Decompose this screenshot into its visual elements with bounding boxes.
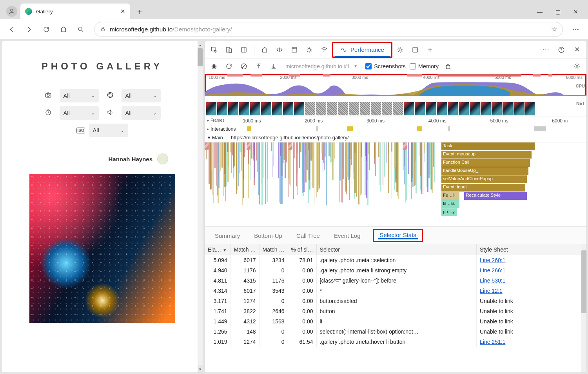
col-header[interactable]: Match … (259, 244, 288, 255)
tab-summary[interactable]: Summary (213, 232, 241, 239)
filmstrip-frame[interactable] (305, 102, 315, 115)
table-scrollbar[interactable] (581, 244, 586, 372)
main-track-header[interactable]: ▾ Main — https://microsoftedge.github.io… (205, 133, 586, 142)
filmstrip-frame[interactable] (360, 102, 370, 115)
filmstrip-frame[interactable] (349, 102, 359, 115)
table-row[interactable]: 4.314601735430.00*Line 12:1 (205, 286, 586, 296)
filmstrip-frame[interactable] (228, 102, 238, 115)
table-row[interactable]: 4.811431511760.00[class*=" gallery-icon-… (205, 275, 586, 286)
minimize-button[interactable]: — (531, 5, 549, 18)
profile-button[interactable] (6, 6, 17, 17)
maximize-button[interactable]: ▢ (549, 5, 567, 18)
more-tabs-button[interactable] (423, 43, 437, 57)
filmstrip-frame[interactable] (382, 102, 392, 115)
recording-selector[interactable]: microsoftedge.github.io #1 (285, 63, 350, 69)
reload-button[interactable] (38, 22, 54, 37)
filmstrip-frame[interactable] (371, 102, 381, 115)
filmstrip-frame[interactable] (524, 102, 535, 115)
record-button[interactable]: ◉ (209, 61, 220, 72)
filmstrip-frame[interactable] (503, 102, 513, 115)
table-row[interactable]: 5.0946017323478.01.gallery .photo .meta … (205, 255, 586, 265)
back-button[interactable] (4, 22, 20, 37)
stylesheet-link[interactable]: Line 251:1 (480, 339, 505, 345)
col-header[interactable]: Style Sheet (477, 244, 586, 255)
filmstrip-frame[interactable] (470, 102, 480, 115)
stylesheet-link[interactable]: Line 266:1 (480, 267, 505, 274)
col-header[interactable]: Selector (316, 244, 476, 255)
selector-stats-table[interactable]: Ela…▼Match …Match …% of sl…SelectorStyle… (205, 244, 586, 372)
elements-tab-icon[interactable] (272, 43, 287, 57)
scroll-thumb[interactable] (198, 48, 203, 66)
perf-settings-icon[interactable] (572, 61, 583, 72)
filmstrip-frame[interactable] (294, 102, 304, 115)
device-toggle-icon[interactable] (222, 43, 236, 57)
author-avatar[interactable] (157, 153, 168, 164)
filmstrip-frame[interactable] (206, 102, 216, 115)
table-row[interactable]: 3.171127400.00button:disabledUnable to l… (205, 296, 586, 306)
camera-filter[interactable]: All⌄ (60, 89, 99, 102)
filmstrip-frame[interactable] (272, 102, 282, 115)
col-header[interactable]: % of sl… (288, 244, 316, 255)
upload-button[interactable] (253, 61, 264, 72)
tab-performance[interactable]: Performance (335, 43, 390, 57)
interactions-track[interactable]: ▸Interactions (205, 125, 586, 133)
memory-checkbox[interactable]: Memory (410, 63, 439, 69)
forward-button[interactable] (21, 22, 37, 37)
stylesheet-link[interactable]: Line 530:1 (480, 277, 505, 284)
table-row[interactable]: 1.0191274061.54.gallery .photo .meta:hov… (205, 337, 586, 347)
col-header[interactable]: Match … (230, 244, 259, 255)
table-row[interactable]: 1.449431215680.00liUnable to link (205, 316, 586, 327)
close-tab-icon[interactable]: ✕ (120, 8, 125, 15)
filmstrip-frame[interactable] (404, 102, 414, 115)
filmstrip-frame[interactable] (250, 102, 260, 115)
filmstrip-frame[interactable] (316, 102, 326, 115)
memory-tab-icon[interactable] (393, 43, 407, 57)
reload-record-button[interactable] (223, 61, 234, 72)
address-bar[interactable]: microsoftedge.github.io/Demos/photo-gall… (94, 22, 563, 37)
filmstrip[interactable] (205, 101, 586, 117)
col-header[interactable]: Ela…▼ (205, 244, 230, 255)
filmstrip-frame[interactable] (492, 102, 502, 115)
dock-icon[interactable] (237, 43, 251, 57)
table-row[interactable]: 1.741382226460.00buttonUnable to link (205, 306, 586, 316)
filmstrip-frame[interactable] (415, 102, 425, 115)
filmstrip-frame[interactable] (283, 102, 293, 115)
filmstrip-frame[interactable] (459, 102, 469, 115)
filmstrip-frame[interactable] (261, 102, 271, 115)
console-tab-icon[interactable] (302, 43, 316, 57)
aperture-filter[interactable]: All⌄ (122, 89, 161, 102)
tab-bottom-up[interactable]: Bottom-Up (252, 232, 284, 239)
filmstrip-frame[interactable] (448, 102, 458, 115)
scroll-down-icon[interactable]: ▾ (198, 365, 203, 372)
help-icon[interactable] (554, 43, 568, 57)
flame-chart[interactable]: Task Event: mouseup Function Call handle… (205, 142, 586, 226)
filmstrip-frame[interactable] (239, 102, 249, 115)
page-scrollbar[interactable]: ▴ ▾ (198, 41, 203, 372)
speaker-filter[interactable]: All⌄ (122, 106, 161, 120)
devtools-more-icon[interactable]: ⋯ (539, 43, 553, 57)
home-button[interactable] (56, 22, 71, 37)
filmstrip-frame[interactable] (514, 102, 524, 115)
filmstrip-frame[interactable] (338, 102, 348, 115)
favorite-icon[interactable]: ☆ (551, 25, 557, 33)
application-tab-icon[interactable] (408, 43, 422, 57)
ruler[interactable]: ▸ Frames 1000 ms2000 ms3000 ms4000 ms500… (205, 117, 586, 125)
table-row[interactable]: 4.940117600.00.gallery .photo .meta li s… (205, 265, 586, 275)
filmstrip-frame[interactable] (393, 102, 403, 115)
tab-call-tree[interactable]: Call Tree (295, 232, 321, 239)
close-window-button[interactable]: ✕ (567, 5, 585, 18)
cpu-overview[interactable]: 1000 ms2000 ms3000 ms4000 ms5000 ms6000 … (205, 74, 586, 96)
scroll-up-icon[interactable]: ▴ (198, 41, 203, 48)
iso-filter[interactable]: All⌄ (89, 124, 128, 137)
screenshots-checkbox[interactable]: Screenshots (365, 63, 406, 69)
filmstrip-frame[interactable] (481, 102, 491, 115)
time-filter[interactable]: All⌄ (60, 106, 99, 120)
browser-tab[interactable]: Gallery ✕ (20, 4, 130, 19)
clear-button[interactable] (238, 61, 249, 72)
table-row[interactable]: 1.25514800.00select:not(:-internal-list-… (205, 327, 586, 337)
sources-tab-icon[interactable] (287, 43, 301, 57)
gallery-photo[interactable] (29, 174, 175, 323)
filmstrip-frame[interactable] (437, 102, 447, 115)
download-button[interactable] (268, 61, 279, 72)
network-tab-icon[interactable] (317, 43, 331, 57)
